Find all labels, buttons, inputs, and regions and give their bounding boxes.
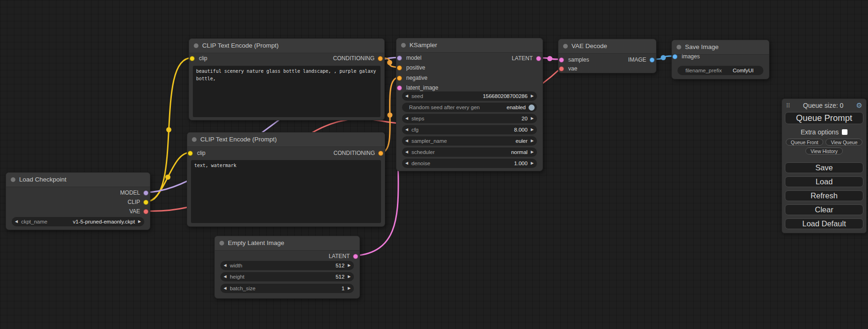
arrow-right-icon[interactable]: ▶ xyxy=(528,114,537,123)
collapse-dot-icon[interactable] xyxy=(192,137,197,142)
input-port-dot[interactable] xyxy=(397,76,402,81)
output-port-dot[interactable] xyxy=(353,254,358,259)
settings-gear-icon[interactable]: ⚙ xyxy=(856,101,862,110)
widget-cfg[interactable]: ◀cfg8.000▶ xyxy=(402,125,537,134)
widget-seed[interactable]: ◀seed156680208700286▶ xyxy=(402,91,537,101)
output-port-dot[interactable] xyxy=(143,190,148,196)
collapse-dot-icon[interactable] xyxy=(194,43,198,48)
arrow-right-icon[interactable]: ▶ xyxy=(135,217,144,226)
ksampler-input-negative[interactable]: negative xyxy=(396,74,543,82)
arrow-right-icon[interactable]: ▶ xyxy=(345,284,354,293)
collapse-dot-icon[interactable] xyxy=(563,44,568,49)
clear-button[interactable]: Clear xyxy=(785,204,863,215)
arrow-right-icon[interactable]: ▶ xyxy=(528,91,537,101)
drag-handle-icon[interactable]: ⠿ xyxy=(786,102,790,109)
prompt-textarea[interactable]: text, watermark xyxy=(191,160,381,223)
arrow-right-icon[interactable]: ▶ xyxy=(528,147,537,157)
arrow-left-icon[interactable]: ◀ xyxy=(402,147,411,157)
node-header[interactable]: VAE Decode xyxy=(558,39,656,54)
queue-front-button[interactable]: Queue Front xyxy=(786,139,824,146)
widget-ckpt_name[interactable]: ◀ckpt_namev1-5-pruned-emaonly.ckpt▶ xyxy=(12,217,144,226)
widget-value: 8.000 xyxy=(514,127,528,133)
collapse-dot-icon[interactable] xyxy=(401,43,406,48)
arrow-right-icon[interactable]: ▶ xyxy=(528,136,537,146)
node-clip-text-encode-negative[interactable]: CLIP Text Encode (Prompt)clipCONDITIONIN… xyxy=(187,132,385,227)
load-checkpoint-output-CLIP[interactable]: CLIP xyxy=(6,198,150,206)
arrow-left-icon[interactable]: ◀ xyxy=(402,114,411,123)
queue-prompt-button[interactable]: Queue Prompt xyxy=(785,112,863,124)
load-button[interactable]: Load xyxy=(785,176,863,187)
ksampler-input-positive[interactable]: positive xyxy=(396,64,543,71)
widget-width[interactable]: ◀width512▶ xyxy=(220,261,354,270)
input-port-dot[interactable] xyxy=(397,85,402,91)
node-clip-text-encode-positive[interactable]: CLIP Text Encode (Prompt)clipCONDITIONIN… xyxy=(189,38,385,120)
vae-decode-output-IMAGE[interactable]: IMAGE xyxy=(558,56,656,63)
widget-height[interactable]: ◀height512▶ xyxy=(220,272,354,281)
arrow-left-icon[interactable]: ◀ xyxy=(402,136,411,146)
node-header[interactable]: Load Checkpoint xyxy=(6,173,150,187)
extra-options-checkbox[interactable] xyxy=(842,129,847,135)
output-port-dot[interactable] xyxy=(536,56,541,61)
load-checkpoint-output-VAE[interactable]: VAE xyxy=(6,208,150,215)
collapse-dot-icon[interactable] xyxy=(219,241,224,245)
output-port-dot[interactable] xyxy=(378,56,383,61)
output-port-dot[interactable] xyxy=(143,209,148,214)
load-checkpoint-output-MODEL[interactable]: MODEL xyxy=(6,189,150,196)
node-vae-decode[interactable]: VAE DecodesamplesvaeIMAGE xyxy=(558,39,656,73)
widget-sampler_name[interactable]: ◀sampler_nameeuler▶ xyxy=(402,136,537,146)
save-button[interactable]: Save xyxy=(785,162,863,173)
refresh-button[interactable]: Refresh xyxy=(785,190,863,201)
arrow-left-icon[interactable]: ◀ xyxy=(402,125,411,134)
view-queue-button[interactable]: View Queue xyxy=(826,139,862,146)
node-title: Save Image xyxy=(685,43,719,50)
node-header[interactable]: CLIP Text Encode (Prompt) xyxy=(189,39,384,53)
arrow-right-icon[interactable]: ▶ xyxy=(345,272,354,281)
output-port-dot[interactable] xyxy=(378,151,383,156)
node-load-checkpoint[interactable]: Load CheckpointMODELCLIPVAE◀ckpt_namev1-… xyxy=(6,172,150,230)
node-empty-latent-image[interactable]: Empty Latent ImageLATENT◀width512▶◀heigh… xyxy=(214,236,360,299)
view-history-button[interactable]: View History xyxy=(805,147,843,154)
arrow-right-icon[interactable]: ▶ xyxy=(345,261,354,270)
arrow-left-icon[interactable]: ◀ xyxy=(12,217,21,226)
ksampler-input-latent_image[interactable]: latent_image xyxy=(396,84,543,91)
vae-decode-input-vae[interactable]: vae xyxy=(558,65,656,72)
widget-batch_size[interactable]: ◀batch_size1▶ xyxy=(220,284,354,293)
clip-text-encode-negative-output-CONDITIONING[interactable]: CONDITIONING xyxy=(187,149,385,157)
queue-size-label: Queue size: 0 xyxy=(790,102,856,109)
arrow-right-icon[interactable]: ▶ xyxy=(528,125,537,134)
node-ksampler[interactable]: KSamplermodelpositivenegativelatent_imag… xyxy=(396,38,543,171)
prompt-textarea[interactable]: beautiful scenery nature glass bottle la… xyxy=(193,66,381,117)
output-port-dot[interactable] xyxy=(143,200,148,205)
widget-filename_prefix[interactable]: filename_prefixComfyUI xyxy=(677,66,763,75)
arrow-left-icon[interactable]: ◀ xyxy=(402,91,411,101)
output-port-label: VAE xyxy=(129,208,140,215)
extra-options-label: Extra options xyxy=(801,128,839,136)
arrow-right-icon[interactable]: ▶ xyxy=(528,159,537,168)
toggle-dot-icon[interactable] xyxy=(529,105,535,111)
widget-denoise[interactable]: ◀denoise1.000▶ xyxy=(402,159,537,168)
input-port-dot[interactable] xyxy=(672,54,677,59)
load-default-button[interactable]: Load Default xyxy=(785,218,863,229)
empty-latent-image-output-LATENT[interactable]: LATENT xyxy=(215,252,360,260)
widget-scheduler[interactable]: ◀schedulernormal▶ xyxy=(402,147,537,157)
arrow-left-icon[interactable]: ◀ xyxy=(220,272,230,281)
output-port-dot[interactable] xyxy=(649,57,655,63)
widget-steps[interactable]: ◀steps20▶ xyxy=(402,114,537,123)
widget-value: 20 xyxy=(522,116,528,121)
widget-random-seed-after-every-gen[interactable]: Random seed after every genenabled xyxy=(402,103,537,112)
input-port-dot[interactable] xyxy=(397,65,402,70)
node-header[interactable]: CLIP Text Encode (Prompt) xyxy=(187,133,385,147)
arrow-left-icon[interactable]: ◀ xyxy=(220,261,230,270)
wire-midpoint-dot xyxy=(165,175,170,180)
node-save-image[interactable]: Save Imageimagesfilename_prefixComfyUI xyxy=(671,40,769,79)
arrow-left-icon[interactable]: ◀ xyxy=(402,159,411,168)
input-port-dot[interactable] xyxy=(559,66,564,71)
clip-text-encode-positive-output-CONDITIONING[interactable]: CONDITIONING xyxy=(189,55,384,62)
arrow-left-icon[interactable]: ◀ xyxy=(220,284,230,293)
ksampler-output-LATENT[interactable]: LATENT xyxy=(396,55,543,62)
node-header[interactable]: Empty Latent Image xyxy=(215,236,360,251)
collapse-dot-icon[interactable] xyxy=(677,45,681,49)
save-image-input-images[interactable]: images xyxy=(672,53,769,60)
node-header[interactable]: KSampler xyxy=(396,38,543,53)
collapse-dot-icon[interactable] xyxy=(11,177,15,182)
